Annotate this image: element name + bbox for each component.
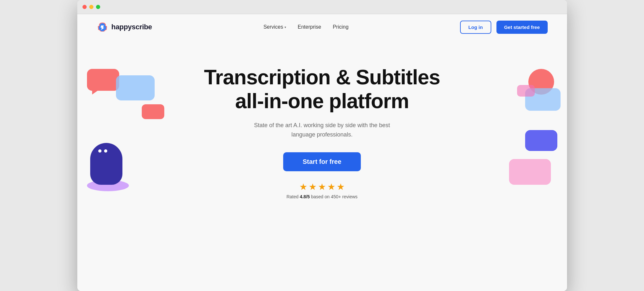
character-left <box>84 130 135 194</box>
login-button[interactable]: Log in <box>460 21 491 34</box>
rating-score: 4.8/5 <box>300 194 310 199</box>
char-left-face <box>98 149 107 153</box>
nav-links: Services ▾ Enterprise Pricing <box>264 24 349 30</box>
get-started-button[interactable]: Get started free <box>496 21 548 34</box>
star-rating: ★ ★ ★ ★ ★ <box>299 182 345 192</box>
bubble-right-3 <box>525 130 557 151</box>
bubble-left-3 <box>142 104 164 119</box>
star-4: ★ <box>327 182 335 192</box>
hero-section: Transcription & Subtitles all-in-one pla… <box>77 40 567 219</box>
star-5: ★ <box>337 182 345 192</box>
browser-content: happyscribe Services ▾ Enterprise Pricin… <box>77 14 567 291</box>
start-free-button[interactable]: Start for free <box>283 152 360 171</box>
rating-section: ★ ★ ★ ★ ★ Rated 4.8/5 based on 450+ revi… <box>286 182 358 199</box>
logo-text: happyscribe <box>111 23 152 31</box>
hero-subtitle: State of the art A.I. working side by si… <box>245 121 399 139</box>
browser-titlebar <box>77 0 567 14</box>
deco-right <box>503 59 567 194</box>
char-left-eye-left <box>98 149 101 153</box>
browser-window: happyscribe Services ▾ Enterprise Pricin… <box>77 0 567 291</box>
hero-title: Transcription & Subtitles all-in-one pla… <box>190 66 454 113</box>
nav-actions: Log in Get started free <box>460 21 548 34</box>
bubble-right-4 <box>509 159 551 185</box>
star-1: ★ <box>299 182 307 192</box>
chevron-down-icon: ▾ <box>284 25 286 29</box>
nav-services[interactable]: Services ▾ <box>264 24 286 30</box>
deco-left <box>77 59 161 194</box>
bubble-left-1 <box>87 69 119 91</box>
minimize-button[interactable] <box>89 5 93 9</box>
logo-icon <box>97 21 108 33</box>
rating-text: Rated 4.8/5 based on 450+ reviews <box>286 194 358 199</box>
bubble-left-2 <box>116 75 155 100</box>
star-2: ★ <box>309 182 317 192</box>
char-left-body <box>90 143 122 185</box>
nav-pricing[interactable]: Pricing <box>333 24 349 30</box>
char-left-eye-right <box>104 149 107 153</box>
bubble-right-2 <box>517 85 535 97</box>
star-3: ★ <box>318 182 326 192</box>
close-button[interactable] <box>82 5 87 9</box>
nav-enterprise[interactable]: Enterprise <box>298 24 321 30</box>
traffic-lights <box>82 5 100 9</box>
navbar: happyscribe Services ▾ Enterprise Pricin… <box>77 14 567 40</box>
maximize-button[interactable] <box>96 5 100 9</box>
logo-area[interactable]: happyscribe <box>97 21 152 33</box>
